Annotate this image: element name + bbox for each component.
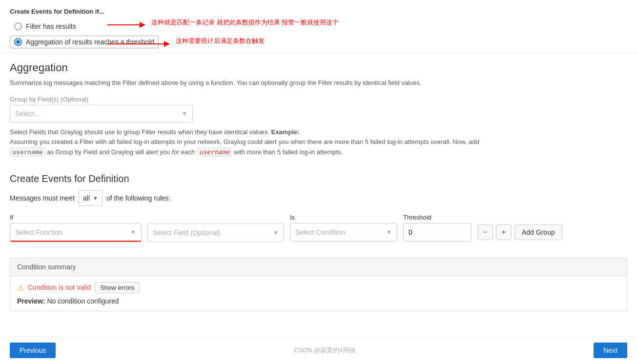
threshold-input[interactable] bbox=[404, 223, 472, 241]
chevron-down-icon: ▼ bbox=[182, 110, 187, 117]
condition-row: If Select Function ▼ Select Field (Optio… bbox=[10, 214, 627, 242]
csdn-watermark: CSDN @寂寞的4用钱 bbox=[294, 346, 355, 355]
section-title: Create Events for Definition bbox=[10, 173, 627, 184]
next-button[interactable]: Next bbox=[594, 343, 627, 358]
add-group-button[interactable]: Add Group bbox=[514, 224, 562, 240]
group-by-placeholder: Select... bbox=[15, 110, 40, 118]
select-field-dropdown[interactable]: Select Field (Optional) ▼ bbox=[147, 223, 284, 242]
field-chevron-icon: ▼ bbox=[273, 229, 279, 236]
all-select[interactable]: all ▼ bbox=[79, 190, 103, 206]
previous-button[interactable]: Previous bbox=[10, 343, 56, 358]
aggregation-section: Aggregation Summarize log messages match… bbox=[0, 53, 637, 165]
bottom-nav: Previous CSDN @寂寞的4用钱 Next bbox=[0, 336, 637, 364]
group-by-description: Select Fields that Graylog should use to… bbox=[10, 127, 488, 158]
select-condition-dropdown[interactable]: Select Condition ▼ bbox=[290, 223, 397, 242]
group-by-label: Group by Field(s) (Optional) bbox=[10, 96, 627, 103]
is-label: Is bbox=[290, 214, 397, 221]
warning-icon: ⚠ bbox=[17, 283, 24, 292]
select-condition-placeholder: Select Condition bbox=[295, 228, 345, 236]
field-column: Select Field (Optional) ▼ bbox=[147, 223, 284, 242]
preview-label: Preview: bbox=[17, 297, 45, 305]
select-function-placeholder: Select Function bbox=[15, 228, 62, 236]
radio-aggregation[interactable]: Aggregation of results reaches a thresho… bbox=[10, 36, 159, 48]
annotation-2: 这种需要统计后满足条数在触发 bbox=[176, 37, 265, 45]
group-by-select[interactable]: Select... ▼ bbox=[10, 105, 193, 122]
threshold-input-wrapper: ▲ ▼ bbox=[403, 223, 472, 242]
if-column: If Select Function ▼ bbox=[10, 214, 142, 242]
condition-error-row: ⚠ Condition is not valid Show errors bbox=[17, 282, 620, 293]
annotation-1: 这种就是匹配一条记录 就把此条数据作为结果 报警一般就使用这个 bbox=[151, 18, 339, 27]
condition-summary-body: ⚠ Condition is not valid Show errors Pre… bbox=[10, 276, 627, 311]
function-chevron-icon: ▼ bbox=[130, 229, 136, 236]
all-chevron-icon: ▼ bbox=[93, 195, 98, 201]
radio-label-1: Filter has results bbox=[26, 22, 76, 30]
aggregation-title: Aggregation bbox=[10, 61, 627, 74]
preview-text: No condition configured bbox=[47, 297, 119, 305]
plus-button[interactable]: + bbox=[496, 224, 512, 240]
condition-preview: Preview: No condition configured bbox=[17, 297, 620, 305]
radio-circle-1 bbox=[14, 22, 22, 30]
radio-filter-has-results[interactable]: Filter has results bbox=[10, 20, 81, 33]
radio-label-2: Aggregation of results reaches a thresho… bbox=[26, 38, 154, 46]
minus-button[interactable]: − bbox=[477, 224, 493, 240]
if-label: If bbox=[10, 214, 142, 221]
condition-summary-header: Condition summary bbox=[10, 258, 627, 276]
condition-chevron-icon: ▼ bbox=[386, 229, 392, 236]
all-value: all bbox=[83, 194, 90, 202]
action-buttons: − + Add Group bbox=[477, 224, 562, 240]
of-following-label: of the following rules: bbox=[106, 194, 171, 202]
show-errors-button[interactable]: Show errors bbox=[95, 282, 140, 293]
threshold-label: Threshold bbox=[403, 214, 472, 221]
create-events-label: Create Events for Definition if... bbox=[10, 8, 627, 15]
radio-dot-2 bbox=[16, 40, 20, 44]
aggregation-desc: Summarize log messages matching the Filt… bbox=[10, 78, 627, 88]
select-field-placeholder: Select Field (Optional) bbox=[153, 229, 221, 237]
messages-must-meet-label: Messages must meet bbox=[10, 194, 75, 202]
radio-circle-2 bbox=[14, 38, 22, 46]
create-events-for-definition-section: Create Events for Definition Messages mu… bbox=[0, 165, 637, 258]
threshold-column: Threshold ▲ ▼ bbox=[403, 214, 472, 242]
condition-summary-box: Condition summary ⚠ Condition is not val… bbox=[10, 258, 627, 311]
messages-must-meet-row: Messages must meet all ▼ of the followin… bbox=[10, 190, 627, 206]
is-column: Is Select Condition ▼ bbox=[290, 214, 397, 242]
select-function-dropdown[interactable]: Select Function ▼ bbox=[10, 223, 142, 242]
condition-error-text: Condition is not valid bbox=[28, 283, 91, 291]
